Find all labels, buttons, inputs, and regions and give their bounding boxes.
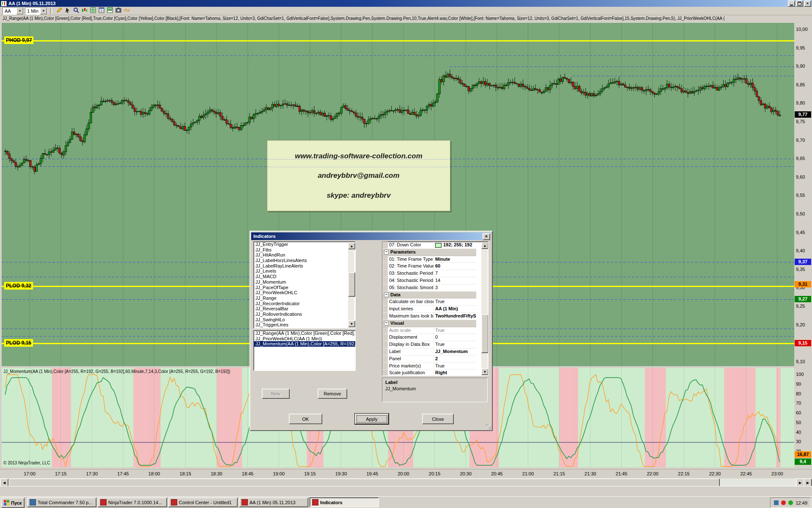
scroll-up-icon[interactable]: ▲ xyxy=(348,243,355,249)
scroll-up-icon[interactable]: ▲ xyxy=(481,242,488,249)
close-dialog-button[interactable]: Close xyxy=(422,414,454,424)
zoom-icon[interactable] xyxy=(72,6,80,14)
property-row[interactable]: Panel2 xyxy=(382,356,476,363)
apply-button[interactable]: Apply xyxy=(355,414,389,424)
property-row[interactable]: LabelJJ_Momentum xyxy=(382,348,476,356)
property-row[interactable]: 01: Time Frame TypeMinute xyxy=(382,256,476,263)
property-value[interactable]: True xyxy=(434,327,476,334)
data-table-icon[interactable] xyxy=(97,6,106,14)
indicator-list-item[interactable]: JJ_EntryTrigger xyxy=(254,242,348,247)
taskbar-button[interactable]: Control Center - Untitled1 xyxy=(168,497,238,507)
property-value[interactable]: True xyxy=(434,298,476,305)
close-button[interactable]: × xyxy=(804,0,811,7)
indicator-list-item[interactable]: JJ_RecorderIndicator xyxy=(254,301,348,306)
window-titlebar[interactable]: AA (1 Min) 05.11.2013 × xyxy=(0,0,812,7)
indicator-list-item[interactable]: JJ_MACD xyxy=(254,274,348,279)
selected-indicator-item[interactable]: JJ_Range(AA (1 Min),Color [Green],Color … xyxy=(254,331,355,336)
resize-grip[interactable] xyxy=(486,424,491,430)
property-value[interactable]: 3 xyxy=(434,284,476,291)
scroll-right-icon[interactable]: ▶ xyxy=(796,478,804,487)
indicator-icon[interactable] xyxy=(123,6,131,14)
start-button[interactable]: Пуск xyxy=(1,497,25,508)
property-value[interactable]: True xyxy=(434,341,476,348)
available-indicators-list[interactable]: ▲ ▼ JJ_EntryTriggerJJ_FibsJJ_HitAndRunJJ… xyxy=(253,241,356,329)
chevron-down-icon[interactable]: ▼ xyxy=(40,8,47,14)
chevron-down-icon[interactable]: ▼ xyxy=(16,8,23,14)
pencil-icon[interactable] xyxy=(55,6,63,14)
indicator-list-item[interactable]: JJ_Fibs xyxy=(254,247,348,253)
property-row[interactable]: 04: Stochastic Period14 xyxy=(382,277,476,284)
taskbar-button[interactable]: NinjaTrader 7.0.1000.14... xyxy=(98,497,167,507)
grid-icon[interactable] xyxy=(89,6,97,14)
selected-indicator-item[interactable]: JJ_Momentum(AA (1 Min),Color [A=255, R=1… xyxy=(254,341,355,347)
dialog-close-icon[interactable]: × xyxy=(483,233,490,240)
property-value[interactable]: Minute xyxy=(434,256,476,263)
indicator-list-item[interactable]: JJ_Range xyxy=(254,295,348,301)
panel-grid-icon[interactable] xyxy=(106,6,114,14)
indicator-list-item[interactable]: JJ_LabelHorzLinesAlerts xyxy=(254,258,348,263)
pointer-icon[interactable] xyxy=(63,6,72,14)
indicator-list-item[interactable]: JJ_HitAndRun xyxy=(254,252,348,258)
scrollbar-thumb[interactable] xyxy=(348,272,355,297)
horizontal-scrollbar[interactable]: ◀ ▶ ▶ xyxy=(0,478,812,486)
taskbar-button[interactable]: Total Commander 7.50 p... xyxy=(27,497,96,507)
indicator-list-item[interactable]: JJ_LabelRayLineAlerts xyxy=(254,263,348,269)
time-axis[interactable]: 17:0017:1517:3017:4518:0018:1518:3018:45… xyxy=(0,469,812,479)
selected-indicators-list[interactable]: JJ_Range(AA (1 Min),Color [Green],Color … xyxy=(253,330,356,371)
new-button[interactable]: New xyxy=(262,389,290,399)
list-scrollbar[interactable]: ▲ ▼ xyxy=(348,243,354,327)
taskbar-button[interactable]: AA (1 Min) 05.11.2013 xyxy=(239,497,308,507)
property-category-row[interactable]: Data xyxy=(382,292,476,299)
snapshot-icon[interactable] xyxy=(114,6,123,14)
scrollbar-thumb[interactable] xyxy=(481,314,488,353)
indicator-list-item[interactable]: JJ_SwingHiLo xyxy=(254,317,348,323)
property-value[interactable]: AA (1 Min) xyxy=(434,306,476,312)
tray-monitor-icon[interactable] xyxy=(774,500,779,505)
tray-red-icon[interactable] xyxy=(781,500,786,505)
dialog-titlebar[interactable]: Indicators xyxy=(251,232,490,240)
property-row[interactable]: Price marker(s)True xyxy=(382,363,476,370)
collapse-icon[interactable] xyxy=(384,293,389,297)
grid-scrollbar[interactable]: ▲ ▼ xyxy=(481,242,488,375)
collapse-icon[interactable] xyxy=(384,321,389,326)
property-row[interactable]: 07: Down Color192; 255; 192 xyxy=(382,242,476,249)
indicator-list-item[interactable]: JJ_PaceOfTape xyxy=(254,285,348,290)
property-row[interactable]: 05: Stochastic Smooth3 xyxy=(382,284,476,292)
ok-button[interactable]: OK xyxy=(289,414,322,424)
minimize-button[interactable] xyxy=(788,0,795,7)
property-row[interactable]: Display in Data BoxTrue xyxy=(382,341,476,348)
indicator-list-item[interactable]: JJ_Levels xyxy=(254,268,348,274)
property-value[interactable]: 60 xyxy=(434,263,476,270)
taskbar-button[interactable]: Indicators xyxy=(310,497,379,507)
property-row[interactable]: Input seriesAA (1 Min) xyxy=(382,306,476,313)
indicator-list-item[interactable]: JJ_RolloverIndications xyxy=(254,312,348,317)
tray-green-icon[interactable] xyxy=(788,500,793,505)
selected-indicator-item[interactable]: JJ_PriorWeekOHLC(AA (1 Min)) xyxy=(254,336,355,342)
property-value[interactable]: 192; 255; 192 xyxy=(434,242,476,248)
indicator-list-item[interactable]: JJ_PriorWeekOHLC xyxy=(254,290,348,295)
instrument-dropdown[interactable]: AA ▼ xyxy=(3,7,24,15)
property-category-row[interactable]: Parameters xyxy=(382,249,476,256)
property-value[interactable]: JJ_Momentum xyxy=(434,348,476,355)
scroll-left-icon[interactable]: ◀ xyxy=(0,478,8,487)
property-row[interactable]: Auto scaleTrue xyxy=(382,327,476,334)
property-value[interactable]: 0 xyxy=(434,334,476,341)
property-grid[interactable]: 07: Down Color192; 255; 192Parameters01:… xyxy=(382,241,488,376)
maximize-button[interactable] xyxy=(796,0,803,7)
property-value[interactable]: True xyxy=(434,363,476,370)
indicator-list-item[interactable]: JJ_TriggerLines xyxy=(254,322,348,328)
property-value[interactable]: TwoHundredFiftySix xyxy=(434,313,476,320)
collapse-icon[interactable] xyxy=(384,250,389,254)
indicators-dialog[interactable]: Indicators × ▲ ▼ JJ_EntryTriggerJJ_FibsJ… xyxy=(250,231,493,431)
scrollbar-thumb[interactable] xyxy=(8,478,720,487)
property-row[interactable]: Scale justificationRight xyxy=(382,370,476,376)
scroll-down-icon[interactable]: ▼ xyxy=(481,368,488,375)
interval-dropdown[interactable]: 1 Min ▼ xyxy=(25,7,47,15)
property-value[interactable]: Right xyxy=(434,370,476,376)
property-row[interactable]: Maximum bars look backTwoHundredFiftySix xyxy=(382,313,476,320)
scroll-end-icon[interactable]: ▶ xyxy=(804,478,812,487)
remove-button[interactable]: Remove xyxy=(318,389,347,399)
property-row[interactable]: 02: Time Frame Value60 xyxy=(382,263,476,270)
property-value[interactable]: 7 xyxy=(434,270,476,277)
indicator-list-item[interactable]: JJ_Momentum xyxy=(254,279,348,285)
